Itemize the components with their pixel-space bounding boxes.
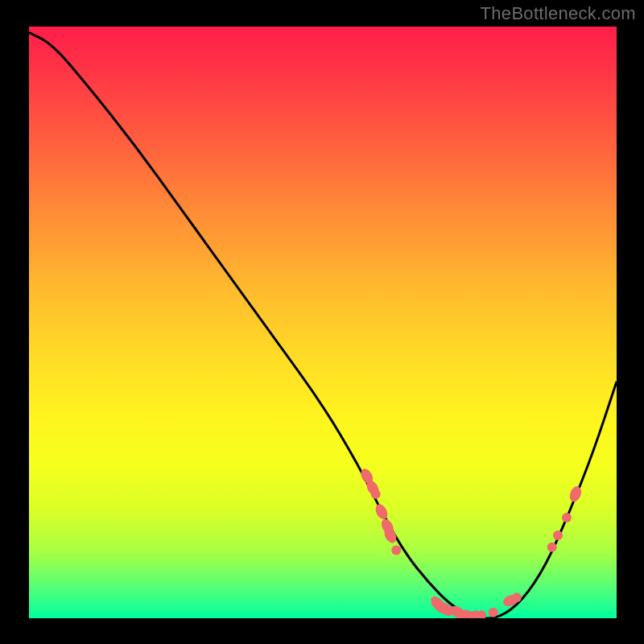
curve-marker xyxy=(553,530,563,540)
curve-marker xyxy=(547,543,557,552)
curve-marker xyxy=(489,608,498,617)
chart-svg xyxy=(29,27,617,618)
curve-marker xyxy=(391,545,401,555)
plot-area xyxy=(29,27,617,618)
curve-marker xyxy=(568,485,584,503)
chart-frame: TheBottleneck.com xyxy=(0,0,644,644)
bottleneck-curve xyxy=(29,32,617,618)
curve-marker xyxy=(512,592,522,602)
curve-marker xyxy=(562,513,572,522)
marker-layer xyxy=(358,467,584,618)
curve-marker xyxy=(371,489,381,499)
curve-marker xyxy=(374,502,390,522)
watermark-text: TheBottleneck.com xyxy=(481,3,636,24)
